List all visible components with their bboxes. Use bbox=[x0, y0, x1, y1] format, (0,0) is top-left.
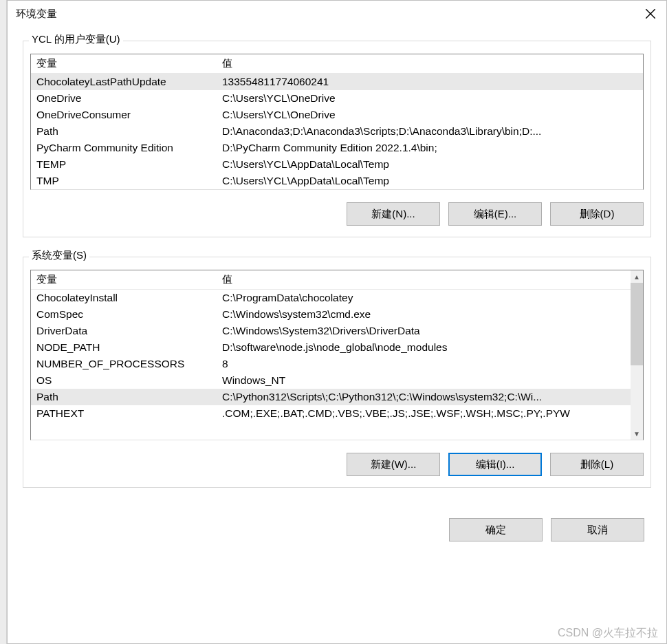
var-name-cell: ChocolateyLastPathUpdate bbox=[31, 74, 217, 91]
system-vars-header-row: 变量 值 bbox=[31, 270, 643, 290]
col-header-value[interactable]: 值 bbox=[217, 270, 643, 290]
var-name-cell: TEMP bbox=[31, 156, 217, 173]
table-row[interactable]: OneDriveC:\Users\YCL\OneDrive bbox=[31, 90, 643, 107]
watermark: CSDN @火车拉不拉 bbox=[558, 626, 658, 641]
var-name-cell: NUMBER_OF_PROCESSORS bbox=[31, 356, 217, 372]
cancel-button[interactable]: 取消 bbox=[551, 518, 644, 541]
var-name-cell: PATHEXT bbox=[31, 405, 217, 422]
table-row[interactable]: ChocolateyLastPathUpdate1335548117740602… bbox=[31, 74, 643, 91]
var-name-cell: ComSpec bbox=[31, 306, 217, 323]
var-name-cell: DriverData bbox=[31, 323, 217, 339]
var-name-cell: ChocolateyInstall bbox=[31, 290, 217, 307]
var-value-cell: D:\software\node.js\node_global\node_mod… bbox=[217, 339, 643, 356]
titlebar: 环境变量 bbox=[8, 1, 666, 27]
table-row[interactable]: TMPC:\Users\YCL\AppData\Local\Temp bbox=[31, 173, 643, 189]
var-value-cell: 133554811774060241 bbox=[217, 74, 643, 91]
var-value-cell: C:\Python312\Scripts\;C:\Python312\;C:\W… bbox=[217, 389, 643, 405]
table-row[interactable]: DriverDataC:\Windows\System32\Drivers\Dr… bbox=[31, 323, 643, 339]
system-vars-scrollbar[interactable]: ▲ ▼ bbox=[631, 270, 643, 440]
system-delete-button[interactable]: 删除(L) bbox=[550, 453, 644, 476]
var-value-cell: C:\Windows\system32\cmd.exe bbox=[217, 306, 643, 323]
system-vars-group: 系统变量(S) 变量 值 ChocolateyInstallC:\Program… bbox=[23, 257, 651, 488]
var-name-cell: Path bbox=[31, 389, 217, 405]
table-row[interactable]: NUMBER_OF_PROCESSORS8 bbox=[31, 356, 643, 372]
window-title: 环境变量 bbox=[16, 8, 57, 21]
var-name-cell: OS bbox=[31, 372, 217, 389]
system-vars-buttons: 新建(W)... 编辑(I)... 删除(L) bbox=[30, 453, 644, 476]
user-vars-table-wrap[interactable]: 变量 值 ChocolateyLastPathUpdate13355481177… bbox=[30, 54, 644, 190]
var-value-cell: 8 bbox=[217, 356, 643, 372]
table-row[interactable]: PyCharm Community EditionD:\PyCharm Comm… bbox=[31, 140, 643, 156]
env-vars-dialog: 环境变量 YCL 的用户变量(U) 变量 值 ChocolateyLastPat… bbox=[7, 0, 667, 644]
user-edit-button[interactable]: 编辑(E)... bbox=[448, 202, 542, 226]
table-row[interactable]: ChocolateyInstallC:\ProgramData\chocolat… bbox=[31, 290, 643, 307]
col-header-name[interactable]: 变量 bbox=[31, 54, 217, 74]
var-name-cell: OneDriveConsumer bbox=[31, 107, 217, 123]
var-value-cell: Windows_NT bbox=[217, 372, 643, 389]
table-row[interactable]: ComSpecC:\Windows\system32\cmd.exe bbox=[31, 306, 643, 323]
col-header-name[interactable]: 变量 bbox=[31, 270, 217, 290]
var-value-cell: D:\PyCharm Community Edition 2022.1.4\bi… bbox=[217, 140, 643, 156]
table-row[interactable]: TEMPC:\Users\YCL\AppData\Local\Temp bbox=[31, 156, 643, 173]
dialog-buttons: 确定 取消 bbox=[8, 514, 666, 546]
user-vars-legend: YCL 的用户变量(U) bbox=[29, 33, 123, 46]
user-vars-buttons: 新建(N)... 编辑(E)... 删除(D) bbox=[30, 202, 644, 226]
user-delete-button[interactable]: 删除(D) bbox=[550, 202, 644, 226]
var-value-cell: C:\Users\YCL\OneDrive bbox=[217, 107, 643, 123]
system-new-button[interactable]: 新建(W)... bbox=[347, 453, 440, 476]
var-name-cell: NODE_PATH bbox=[31, 339, 217, 356]
var-value-cell: C:\Users\YCL\AppData\Local\Temp bbox=[217, 156, 643, 173]
ok-button[interactable]: 确定 bbox=[449, 518, 543, 541]
var-value-cell: D:\Anaconda3;D:\Anaconda3\Scripts;D:\Ana… bbox=[217, 123, 643, 140]
var-value-cell: C:\ProgramData\chocolatey bbox=[217, 290, 643, 307]
var-value-cell: C:\Windows\System32\Drivers\DriverData bbox=[217, 323, 643, 339]
var-name-cell: PyCharm Community Edition bbox=[31, 140, 217, 156]
table-row[interactable]: PATHEXT.COM;.EXE;.BAT;.CMD;.VBS;.VBE;.JS… bbox=[31, 405, 643, 422]
table-row[interactable]: NODE_PATHD:\software\node.js\node_global… bbox=[31, 339, 643, 356]
scroll-thumb[interactable] bbox=[631, 283, 643, 365]
col-header-value[interactable]: 值 bbox=[217, 54, 643, 74]
parent-window-edge bbox=[0, 0, 7, 644]
table-row[interactable]: OSWindows_NT bbox=[31, 372, 643, 389]
system-edit-button[interactable]: 编辑(I)... bbox=[448, 453, 542, 476]
scroll-up-icon[interactable]: ▲ bbox=[631, 270, 643, 283]
var-value-cell: .COM;.EXE;.BAT;.CMD;.VBS;.VBE;.JS;.JSE;.… bbox=[217, 405, 643, 422]
table-row[interactable]: PathD:\Anaconda3;D:\Anaconda3\Scripts;D:… bbox=[31, 123, 643, 140]
var-name-cell: Path bbox=[31, 123, 217, 140]
close-button[interactable] bbox=[635, 3, 666, 25]
user-new-button[interactable]: 新建(N)... bbox=[347, 202, 440, 226]
user-vars-header-row: 变量 值 bbox=[31, 54, 643, 74]
var-name-cell: TMP bbox=[31, 173, 217, 189]
dialog-content: YCL 的用户变量(U) 变量 值 ChocolateyLastPathUpda… bbox=[8, 27, 666, 514]
system-vars-table: 变量 值 ChocolateyInstallC:\ProgramData\cho… bbox=[31, 270, 643, 422]
system-vars-legend: 系统变量(S) bbox=[29, 249, 89, 262]
user-vars-group: YCL 的用户变量(U) 变量 值 ChocolateyLastPathUpda… bbox=[23, 41, 651, 237]
table-row[interactable]: OneDriveConsumerC:\Users\YCL\OneDrive bbox=[31, 107, 643, 123]
system-vars-table-wrap[interactable]: 变量 值 ChocolateyInstallC:\ProgramData\cho… bbox=[30, 270, 644, 440]
var-value-cell: C:\Users\YCL\OneDrive bbox=[217, 90, 643, 107]
var-name-cell: OneDrive bbox=[31, 90, 217, 107]
close-icon bbox=[646, 9, 655, 19]
scroll-down-icon[interactable]: ▼ bbox=[631, 427, 643, 440]
user-vars-table: 变量 值 ChocolateyLastPathUpdate13355481177… bbox=[31, 54, 643, 189]
var-value-cell: C:\Users\YCL\AppData\Local\Temp bbox=[217, 173, 643, 189]
table-row[interactable]: PathC:\Python312\Scripts\;C:\Python312\;… bbox=[31, 389, 643, 405]
